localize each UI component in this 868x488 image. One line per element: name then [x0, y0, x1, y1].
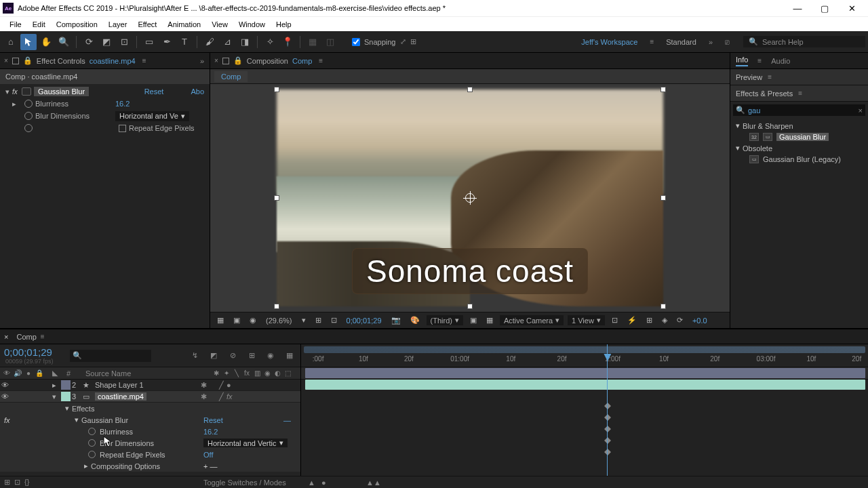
hand-tool[interactable]: ✋: [38, 34, 54, 50]
toggle-3d-icon[interactable]: ◉: [247, 316, 259, 325]
selection-handle[interactable]: [467, 304, 473, 309]
menu-edit[interactable]: Edit: [27, 20, 51, 28]
shy-icon[interactable]: ↯: [188, 351, 201, 360]
menu-layer[interactable]: Layer: [103, 20, 133, 28]
visibility-toggle[interactable]: 👁: [0, 392, 9, 401]
label-col-icon[interactable]: ◣: [49, 369, 61, 378]
blurriness-value[interactable]: 16.2: [203, 428, 218, 436]
footer-icon[interactable]: ⊞: [4, 478, 10, 487]
orbit-tool[interactable]: ⟳: [81, 34, 97, 50]
keyframe-icon[interactable]: [605, 449, 612, 455]
layer-twirl-icon[interactable]: ▾: [49, 392, 60, 401]
comp-panel-solo-icon[interactable]: [222, 58, 229, 64]
effect-gaussian-blur[interactable]: 32▭Gaussian Blur: [733, 131, 865, 142]
switch-icon[interactable]: ✦: [222, 369, 231, 378]
zoom-level[interactable]: (29.6%): [263, 317, 295, 325]
layer-label-color[interactable]: [61, 392, 71, 401]
category-obsolete[interactable]: ▾Obsolete: [733, 142, 865, 154]
grid-icon[interactable]: ▦: [484, 316, 496, 325]
reset-link[interactable]: Reset: [203, 416, 223, 424]
toggle-alpha-icon[interactable]: ▦: [214, 316, 226, 325]
brush-tool[interactable]: 🖌: [201, 34, 218, 50]
preview-menu-icon[interactable]: ≡: [768, 73, 772, 81]
layer-row-coastline[interactable]: 👁 ▾ 3 ▭ coastline.mp4 ✱╱fx: [0, 391, 300, 403]
stopwatch-icon[interactable]: [88, 451, 96, 458]
blurriness-value[interactable]: 16.2: [115, 100, 130, 108]
channel-icon[interactable]: 🎨: [408, 316, 422, 325]
roi-icon[interactable]: ▣: [467, 316, 479, 325]
timeline-icon[interactable]: ⊞: [644, 316, 655, 325]
anchor-point-icon[interactable]: [465, 193, 475, 203]
zoom-chevron-icon[interactable]: ▾: [299, 316, 309, 325]
panel-menu-icon[interactable]: ≡: [142, 57, 146, 64]
effects-presets-header[interactable]: Effects & Presets ≡: [730, 85, 868, 102]
switch-icon[interactable]: ◉: [263, 369, 271, 378]
blur-dims-dropdown[interactable]: Horizontal and Ve▾: [115, 111, 189, 121]
comp-panel-lock-icon[interactable]: 🔒: [233, 56, 243, 65]
menu-view[interactable]: View: [206, 20, 233, 28]
panel-lock-icon[interactable]: 🔒: [23, 56, 33, 65]
panel-solo-icon[interactable]: [12, 58, 19, 64]
snap-opt-icon-2[interactable]: ⊞: [410, 37, 416, 46]
minimize-button[interactable]: —: [784, 0, 811, 16]
pixel-ar-icon[interactable]: ⊡: [609, 316, 620, 325]
effect-name[interactable]: Gaussian Blur: [34, 87, 89, 96]
menu-effect[interactable]: Effect: [132, 20, 162, 28]
clone-tool[interactable]: ⊿: [219, 34, 235, 50]
type-tool[interactable]: T: [176, 34, 193, 50]
effect-about-link[interactable]: Abo: [191, 87, 204, 96]
layer-name[interactable]: Shape Layer 1: [95, 381, 144, 389]
layer-bar-video[interactable]: [305, 380, 865, 390]
pen-tool[interactable]: ✒: [159, 34, 175, 50]
draft3d-icon[interactable]: ◉: [264, 351, 277, 360]
exposure-value[interactable]: +0.0: [690, 317, 710, 325]
home-tool[interactable]: ⌂: [3, 34, 19, 50]
reset-exposure-icon[interactable]: ⟳: [674, 316, 686, 325]
footer-icon[interactable]: {}: [24, 478, 29, 487]
menu-help[interactable]: Help: [271, 20, 297, 28]
solo-col-icon[interactable]: ●: [24, 369, 33, 378]
preview-header[interactable]: Preview ≡: [730, 69, 868, 85]
fx-badge-icon[interactable]: fx: [12, 88, 22, 96]
switch-icon[interactable]: ▥: [253, 369, 261, 378]
stopwatch-icon[interactable]: [88, 428, 96, 435]
tl-repeat-edge-row[interactable]: Repeat Edge Pixels Off: [0, 449, 300, 460]
selection-tool[interactable]: [20, 34, 37, 50]
render-icon[interactable]: ▦: [283, 351, 296, 360]
effect-visibility-icon[interactable]: [22, 87, 31, 96]
layout-dropdown[interactable]: Standard: [666, 38, 696, 46]
close-button[interactable]: ✕: [838, 0, 865, 16]
tl-blur-dims-row[interactable]: Blur Dimensions Horizontal and Vertic▾: [0, 437, 300, 449]
comp-panel-source[interactable]: Comp: [292, 57, 312, 65]
blur-dims-dropdown[interactable]: Horizontal and Vertic▾: [203, 439, 288, 447]
prop-twirl-icon[interactable]: ▸: [9, 100, 19, 108]
panel-source[interactable]: coastline.mp4: [90, 57, 136, 65]
keyframe-icon[interactable]: [605, 437, 612, 444]
selection-handle[interactable]: [274, 304, 279, 309]
toggle-switches-modes[interactable]: Toggle Switches / Modes: [203, 479, 286, 487]
current-time-display[interactable]: 0;00;01;29: [4, 346, 54, 358]
layer-name[interactable]: coastline.mp4: [95, 392, 146, 401]
menu-window[interactable]: Window: [233, 20, 271, 28]
resolution-dropdown[interactable]: (Third)▾: [427, 315, 463, 325]
timeline-menu-icon[interactable]: ≡: [41, 333, 45, 340]
info-menu-icon[interactable]: ≡: [757, 57, 762, 64]
blur-dims-stopwatch-icon[interactable]: [24, 112, 33, 120]
stopwatch-icon[interactable]: [88, 439, 96, 447]
search-help-input[interactable]: 🔍 Search Help: [743, 36, 865, 47]
video-col-icon[interactable]: 👁: [3, 369, 11, 378]
res-icon-1[interactable]: ⊞: [313, 316, 324, 325]
timecode-display[interactable]: 0;00;01;29: [344, 317, 384, 325]
composition-viewer[interactable]: Sonoma coast: [210, 84, 730, 312]
snapping-checkbox[interactable]: [352, 38, 360, 46]
selection-handle[interactable]: [274, 87, 279, 92]
overflow-icon[interactable]: »: [709, 38, 713, 46]
layer-twirl-icon[interactable]: ▸: [49, 381, 60, 390]
layer-search[interactable]: 🔍: [70, 350, 151, 362]
blurriness-stopwatch-icon[interactable]: [24, 100, 33, 108]
effect-twirl-icon[interactable]: ▾: [3, 87, 12, 96]
selection-handle[interactable]: [660, 195, 666, 201]
share-icon[interactable]: ⎚: [725, 38, 730, 46]
fast-preview-icon[interactable]: ⚡: [625, 316, 639, 325]
anchor-tool[interactable]: ⊡: [116, 34, 132, 50]
